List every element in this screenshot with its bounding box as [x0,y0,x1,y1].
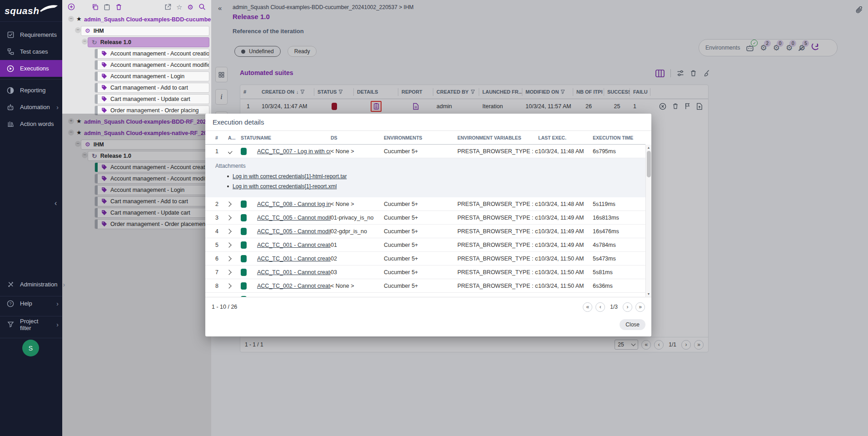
tag-icon [101,50,107,56]
first-page-button[interactable]: « [583,302,592,312]
sidebar-item-help[interactable]: ? Help › [0,295,62,312]
scrollbar-thumb[interactable] [647,151,651,177]
environments-value: Cucumber 5+ [384,296,457,298]
col-header-last-exec: LAST EXEC. [538,135,593,140]
sidebar-item-test-cases[interactable]: Test cases [0,43,62,60]
squash-logo-text: squash [5,5,40,16]
application-window: squash Requirements Test cases [0,0,868,436]
sidebar-nav: Requirements Test cases Executions Repor [0,26,62,132]
environment-variables-value: PRESTA_BROWSER_TYPE : chrome [457,228,538,235]
sidebar-item-label: Help [20,300,32,307]
tree-node-test[interactable]: Cart management - Update cart [62,93,211,105]
collapse-expander-icon[interactable]: − [75,27,81,33]
tree-node-test[interactable]: Account management - Account creation [62,48,211,59]
sidebar-item-executions[interactable]: Executions [0,60,62,77]
execution-number: 5 [215,242,228,248]
execution-time-value: 5s81ms [593,269,645,276]
favorites-star-icon[interactable]: ☆ [176,4,182,10]
execution-name-link[interactable]: ACC_TC_001 - Cannot create ... [257,269,331,276]
expand-chevron-icon[interactable] [228,201,241,207]
tree-node-test[interactable]: Account management - Login [62,70,211,82]
settings-gear-icon[interactable]: ⚙ [188,4,193,10]
search-icon[interactable] [198,3,206,10]
modal-pagination: 1 - 10 / 26 « ‹ 1/3 › » [205,297,651,316]
col-header-attachments: A... [228,135,241,140]
attachments-label: Attachments [215,163,638,169]
execution-row: 8 ACC_TC_002 - Cannot create ... < None … [205,279,645,293]
tree-node-campaign[interactable]: − ⚙IHM [62,25,211,36]
scroll-down-arrow-icon[interactable]: ▼ [646,291,651,297]
sidebar-item-action-words[interactable]: Action words [0,115,62,132]
collapse-expander-icon[interactable]: − [82,39,88,45]
attachment-link[interactable]: Log in with correct credentials[1]-html-… [233,173,347,180]
administration-tools-icon [6,281,15,288]
modal-table-viewport: 1 ACC_TC_007 - Log in with cor... < None… [205,145,651,297]
environment-variables-value: PRESTA_BROWSER_TYPE : chrome [457,283,538,289]
execution-time-value: 4s784ms [593,242,645,248]
sidebar-item-automation[interactable]: Automation › [0,99,62,115]
collapse-sidebar-chevron-icon[interactable]: ‹ [55,199,57,207]
user-avatar[interactable]: S [22,340,39,356]
expand-chevron-icon[interactable] [228,215,241,221]
status-bar [95,83,98,92]
expand-chevron-icon[interactable] [228,228,241,235]
add-icon[interactable] [68,3,75,10]
export-icon[interactable] [164,4,171,10]
test-label: Account management - Login [110,73,184,80]
execution-name-link[interactable]: ACC_TC_008 - Cannot log in ... [257,201,331,207]
collapse-expander-icon[interactable]: − [68,16,74,22]
execution-time-value: 4s778ms [593,296,645,298]
attachment-item: Log in with correct credentials[1]-html-… [227,173,638,180]
execution-name-link[interactable]: ACC_TC_002 - Cannot create ... [257,283,331,289]
executions-icon [6,65,15,72]
execution-name-link[interactable]: ACC_TC_007 - Log in with cor... [257,148,331,155]
sidebar-item-reporting[interactable]: Reporting [0,82,62,99]
tree-node-iteration[interactable]: − ↻Release 1.0 [62,36,211,48]
execution-name-link[interactable]: ACC_TC_005 - Cannot modify... [257,228,331,235]
sidebar-divider [0,79,62,80]
execution-name-link[interactable]: ACC_TC_001 - Cannot create ... [257,242,331,248]
execution-time-value: 16s813ms [593,215,645,221]
paste-icon[interactable] [104,4,110,10]
next-page-button[interactable]: › [623,302,632,312]
sidebar-item-administration[interactable]: Administration › [0,276,62,293]
project-label: admin_Squash Cloud-examples-BDD-cucumber… [84,16,211,23]
sidebar-item-project-filter[interactable]: Project filter › [0,316,62,333]
expand-chevron-icon[interactable] [228,283,241,289]
execution-row: 7 ACC_TC_001 - Cannot create ... 03 Cucu… [205,266,645,279]
tree-node-test[interactable]: Cart management - Add to cart [62,82,211,93]
scroll-up-arrow-icon[interactable]: ▲ [646,145,651,150]
status-bar [95,49,98,58]
sidebar-item-requirements[interactable]: Requirements [0,26,62,43]
copy-icon[interactable] [92,4,99,10]
action-words-icon [6,120,15,127]
expand-chevron-icon[interactable] [228,242,241,248]
tree-node-project[interactable]: − ★ admin_Squash Cloud-examples-BDD-cucu… [62,14,211,25]
last-exec-value: 10/3/24, 11:50 AM [538,296,593,298]
test-label: Order management - Order placing [110,107,199,114]
reporting-icon [6,87,15,94]
collapse-chevron-icon[interactable] [228,148,241,155]
previous-page-button[interactable]: ‹ [595,302,605,312]
expand-chevron-icon[interactable] [228,296,241,298]
execution-row: 3 ACC_TC_005 - Cannot modify... 01-priva… [205,211,645,225]
sidebar-item-label: Reporting [20,87,45,94]
expand-chevron-icon[interactable] [228,256,241,262]
execution-name-link[interactable]: ACC_TC_003 - Cannot create ... [257,296,331,298]
vertical-scrollbar[interactable]: ▲ ▼ [645,145,651,297]
execution-row: 2 ACC_TC_008 - Cannot log in ... < None … [205,197,645,211]
expand-chevron-icon[interactable] [228,269,241,276]
col-header-environments: ENVIRONMENTS [384,135,457,140]
tag-icon [101,73,107,79]
execution-name-link[interactable]: ACC_TC_001 - Cannot create ... [257,256,331,262]
test-label: Cart management - Update cart [110,96,190,102]
execution-name-link[interactable]: ACC_TC_005 - Cannot modify... [257,215,331,221]
dataset-value: < None > [331,148,384,155]
close-button[interactable]: Close [620,319,645,330]
last-page-button[interactable]: » [635,302,645,312]
tree-node-test[interactable]: Account management - Account modific... [62,59,211,70]
test-label: Account management - Account creation [110,50,209,57]
squash-logo[interactable]: squash [0,0,62,22]
delete-icon[interactable] [115,4,122,10]
attachment-link[interactable]: Log in with correct credentials[1]-repor… [233,183,337,190]
